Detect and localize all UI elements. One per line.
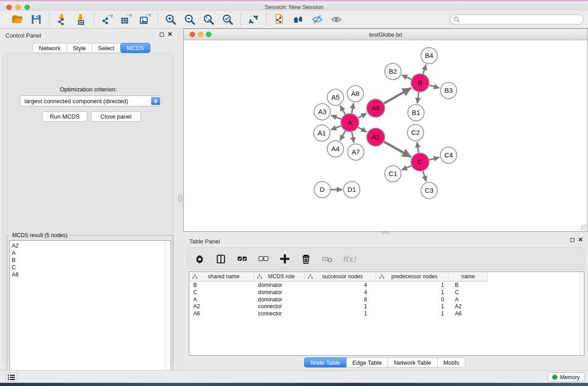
add-column-icon[interactable] bbox=[279, 253, 291, 265]
column-header-MCDS-role[interactable]: MCDS role bbox=[254, 272, 305, 281]
edge-C-C3[interactable] bbox=[423, 171, 426, 181]
split-columns-icon[interactable] bbox=[215, 253, 227, 265]
tab-network[interactable]: Network bbox=[33, 43, 67, 53]
table-row[interactable]: Cdominator41C bbox=[189, 289, 488, 296]
edge-A-A4[interactable] bbox=[340, 131, 345, 140]
cell-successor-nodes[interactable]: 1 bbox=[305, 303, 376, 310]
cell-predecessor-nodes[interactable]: 1 bbox=[376, 289, 449, 296]
select-all-checkboxes-icon[interactable] bbox=[236, 253, 248, 265]
zoom-out-icon[interactable] bbox=[183, 13, 196, 26]
cell-predecessor-nodes[interactable]: 1 bbox=[376, 303, 449, 310]
cell-name[interactable]: A6 bbox=[449, 310, 488, 318]
cell-MCDS-role[interactable]: dominator bbox=[254, 282, 305, 289]
cell-name[interactable]: A bbox=[449, 296, 488, 304]
node-A1[interactable]: A1 bbox=[314, 125, 330, 141]
task-history-button[interactable] bbox=[5, 372, 17, 382]
table-row[interactable]: Adominator80A bbox=[189, 296, 488, 304]
edge-A-A8[interactable] bbox=[352, 103, 354, 114]
cell-predecessor-nodes[interactable]: 1 bbox=[376, 310, 449, 318]
float-table-panel-icon[interactable] bbox=[570, 238, 574, 243]
node-A6[interactable]: A6 bbox=[367, 99, 385, 117]
close-panel-button[interactable]: Close panel bbox=[91, 111, 141, 122]
node-A4[interactable]: A4 bbox=[327, 141, 344, 157]
edge-A-A1[interactable] bbox=[331, 126, 341, 129]
memory-button[interactable]: Memory bbox=[548, 372, 584, 382]
node-A5[interactable]: A5 bbox=[327, 89, 344, 105]
tab-edge-table[interactable]: Edge Table bbox=[346, 357, 388, 367]
edge-A-A7[interactable] bbox=[352, 132, 354, 143]
table-row[interactable]: A6connector11A6 bbox=[189, 310, 488, 318]
cell-successor-nodes[interactable]: 4 bbox=[305, 289, 376, 296]
node-D[interactable]: D bbox=[314, 181, 330, 198]
node-A[interactable]: A bbox=[341, 114, 359, 132]
cell-predecessor-nodes[interactable]: 0 bbox=[376, 296, 449, 304]
edge-A6-B[interactable] bbox=[384, 88, 411, 103]
cell-shared-name[interactable]: C bbox=[189, 289, 254, 296]
cell-MCDS-role[interactable]: dominator bbox=[254, 296, 305, 304]
optimization-criterion-select[interactable]: largest connected component (directed) bbox=[20, 95, 162, 106]
export-table-icon[interactable] bbox=[120, 13, 132, 26]
refresh-icon[interactable] bbox=[247, 13, 260, 26]
run-mcds-button[interactable]: Run MCDS bbox=[42, 111, 87, 122]
tab-style[interactable]: Style bbox=[67, 43, 92, 53]
cell-shared-name[interactable]: B bbox=[189, 282, 254, 289]
zoom-fit-icon[interactable] bbox=[202, 13, 215, 26]
mcds-result-item[interactable]: B bbox=[12, 257, 171, 264]
clear-all-checkboxes-icon[interactable] bbox=[258, 253, 269, 265]
column-header-shared-name[interactable]: shared name bbox=[189, 272, 254, 281]
tab-motifs[interactable]: Motifs bbox=[437, 357, 466, 367]
edge-C-C4[interactable] bbox=[429, 157, 439, 160]
node-A2[interactable]: A2 bbox=[367, 128, 385, 146]
zoom-selected-icon[interactable] bbox=[221, 13, 234, 26]
node-C3[interactable]: C3 bbox=[421, 182, 437, 199]
tab-select[interactable]: Select bbox=[92, 43, 120, 53]
open-file-icon[interactable] bbox=[11, 13, 24, 26]
function-builder-icon[interactable]: f(x) bbox=[343, 254, 356, 263]
network-graph-canvas[interactable]: B4B2BB3A8A5A6A3B1AA1C2A2A4A7C4CC1C3DD1 bbox=[184, 41, 588, 231]
node-D1[interactable]: D1 bbox=[344, 181, 360, 198]
mcds-result-list[interactable]: A2ABCA6 bbox=[10, 240, 171, 385]
node-A3[interactable]: A3 bbox=[314, 104, 330, 120]
scrollbar-track[interactable] bbox=[164, 241, 171, 385]
node-C4[interactable]: C4 bbox=[440, 147, 457, 163]
node-B3[interactable]: B3 bbox=[440, 82, 457, 99]
edge-B-B2[interactable] bbox=[402, 75, 411, 79]
edge-A-A5[interactable] bbox=[340, 105, 345, 114]
node-B[interactable]: B bbox=[411, 74, 429, 92]
mcds-result-item[interactable]: C bbox=[12, 264, 171, 271]
column-header-name[interactable]: name bbox=[449, 272, 488, 281]
cell-name[interactable]: A2 bbox=[449, 303, 488, 310]
edge-B-B3[interactable] bbox=[429, 85, 439, 88]
cell-successor-nodes[interactable]: 1 bbox=[305, 310, 376, 318]
node-C1[interactable]: C1 bbox=[385, 166, 401, 182]
node-B2[interactable]: B2 bbox=[385, 63, 401, 80]
show-graphics-details-icon[interactable] bbox=[330, 13, 343, 26]
edge-B-B1[interactable] bbox=[417, 92, 419, 103]
edge-A-A2[interactable] bbox=[358, 127, 367, 132]
home-icon[interactable] bbox=[292, 13, 305, 26]
scrollbar-track[interactable] bbox=[580, 272, 584, 355]
cell-shared-name[interactable]: A bbox=[189, 296, 254, 304]
cell-successor-nodes[interactable]: 4 bbox=[305, 282, 376, 289]
edge-B-B4[interactable] bbox=[423, 65, 426, 74]
hide-graphics-details-icon[interactable] bbox=[311, 13, 324, 26]
network-window-titlebar[interactable]: testGlobe.txt bbox=[184, 29, 588, 40]
cell-name[interactable]: C bbox=[449, 289, 488, 296]
vertical-split-grip[interactable] bbox=[178, 195, 182, 202]
edge-C-C1[interactable] bbox=[402, 166, 411, 170]
settings-icon[interactable] bbox=[194, 253, 206, 265]
edge-C-C2[interactable] bbox=[417, 142, 419, 152]
node-A7[interactable]: A7 bbox=[348, 144, 364, 160]
import-network-icon[interactable] bbox=[56, 13, 68, 26]
node-C2[interactable]: C2 bbox=[407, 124, 424, 141]
network-overview-icon[interactable] bbox=[273, 13, 286, 26]
mcds-result-item[interactable]: A2 bbox=[12, 242, 171, 249]
node-B4[interactable]: B4 bbox=[421, 48, 437, 64]
delete-column-icon[interactable] bbox=[300, 253, 312, 265]
tab-node-table[interactable]: Node Table bbox=[304, 357, 346, 367]
float-panel-icon[interactable] bbox=[160, 33, 164, 38]
edge-A-A6[interactable] bbox=[358, 113, 367, 118]
mcds-result-item[interactable]: A6 bbox=[12, 271, 171, 278]
search-input[interactable] bbox=[450, 14, 584, 24]
table-row[interactable]: A2connector11A2 bbox=[189, 303, 488, 310]
